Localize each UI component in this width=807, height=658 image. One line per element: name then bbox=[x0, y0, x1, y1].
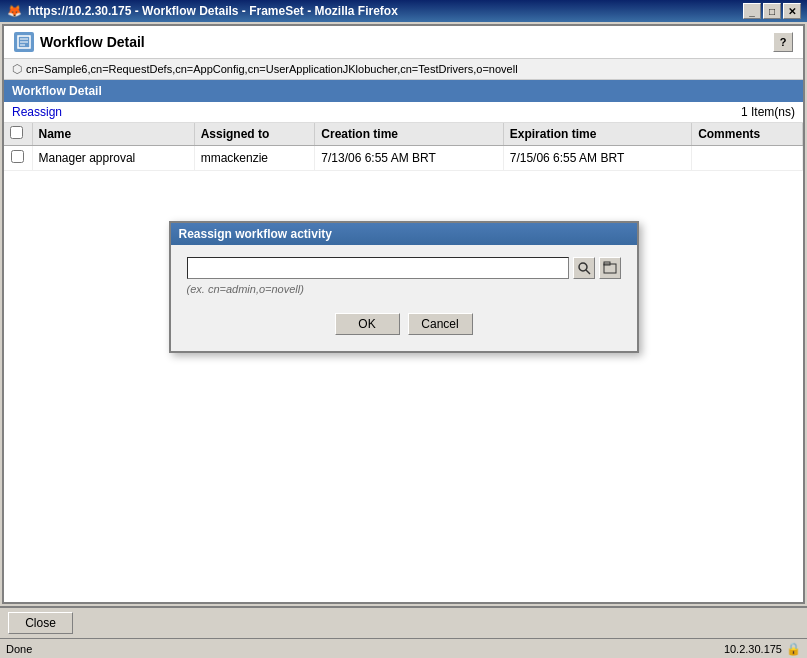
col-creation-time: Creation time bbox=[315, 123, 503, 146]
dialog-body: (ex. cn=admin,o=novell) OK Cancel bbox=[171, 245, 637, 351]
row-name: Manager approval bbox=[32, 146, 194, 171]
row-checkbox-cell bbox=[4, 146, 32, 171]
row-creation-time: 7/13/06 6:55 AM BRT bbox=[315, 146, 503, 171]
breadcrumb-text: cn=Sample6,cn=RequestDefs,cn=AppConfig,c… bbox=[26, 63, 518, 75]
close-button[interactable]: Close bbox=[8, 612, 73, 634]
page-title-area: Workflow Detail bbox=[14, 32, 145, 52]
dialog-ok-button[interactable]: OK bbox=[335, 313, 400, 335]
section-title: Workflow Detail bbox=[12, 84, 102, 98]
col-expiration-time: Expiration time bbox=[503, 123, 691, 146]
dialog-header: Reassign workflow activity bbox=[171, 223, 637, 245]
breadcrumb: ⬡ cn=Sample6,cn=RequestDefs,cn=AppConfig… bbox=[4, 59, 803, 80]
row-expiration-time: 7/15/06 6:55 AM BRT bbox=[503, 146, 691, 171]
content-area: Reassign workflow activity bbox=[4, 171, 803, 602]
title-bar: 🦊 https://10.2.30.175 - Workflow Details… bbox=[0, 0, 807, 22]
table-row: Manager approval mmackenzie 7/13/06 6:55… bbox=[4, 146, 803, 171]
lock-icon: 🔒 bbox=[786, 642, 801, 656]
dialog-cancel-button[interactable]: Cancel bbox=[408, 313, 473, 335]
main-content: Workflow Detail ? ⬡ cn=Sample6,cn=Reques… bbox=[2, 24, 805, 604]
status-right: 10.2.30.175 🔒 bbox=[724, 642, 801, 656]
status-text: Done bbox=[6, 643, 32, 655]
item-count: 1 Item(ns) bbox=[741, 105, 795, 119]
status-ip: 10.2.30.175 bbox=[724, 643, 782, 655]
select-all-checkbox[interactable] bbox=[10, 126, 23, 139]
toolbar-row: Reassign 1 Item(ns) bbox=[4, 102, 803, 123]
page-header: Workflow Detail ? bbox=[4, 26, 803, 59]
svg-point-4 bbox=[579, 263, 587, 271]
svg-line-5 bbox=[586, 270, 590, 274]
dialog-buttons: OK Cancel bbox=[187, 307, 621, 339]
help-button[interactable]: ? bbox=[773, 32, 793, 52]
breadcrumb-icon: ⬡ bbox=[12, 62, 22, 76]
browse-icon-button[interactable] bbox=[599, 257, 621, 279]
table-header-row: Name Assigned to Creation time Expiratio… bbox=[4, 123, 803, 146]
reassign-dialog: Reassign workflow activity bbox=[169, 221, 639, 353]
workflow-icon bbox=[14, 32, 34, 52]
page-title: Workflow Detail bbox=[40, 34, 145, 50]
select-all-header bbox=[4, 123, 32, 146]
row-checkbox[interactable] bbox=[11, 150, 24, 163]
minimize-button[interactable]: _ bbox=[743, 3, 761, 19]
row-comments bbox=[692, 146, 803, 171]
search-icon-button[interactable] bbox=[573, 257, 595, 279]
reassign-link[interactable]: Reassign bbox=[12, 105, 62, 119]
dialog-input-row bbox=[187, 257, 621, 279]
dialog-title: Reassign workflow activity bbox=[179, 227, 332, 241]
close-window-button[interactable]: ✕ bbox=[783, 3, 801, 19]
footer: Close bbox=[0, 606, 807, 638]
col-assigned-to: Assigned to bbox=[194, 123, 315, 146]
browser-icon: 🦊 bbox=[6, 3, 22, 19]
row-assigned-to: mmackenzie bbox=[194, 146, 315, 171]
title-bar-text: https://10.2.30.175 - Workflow Details -… bbox=[28, 4, 398, 18]
reassign-input[interactable] bbox=[187, 257, 569, 279]
maximize-button[interactable]: □ bbox=[763, 3, 781, 19]
col-comments: Comments bbox=[692, 123, 803, 146]
workflow-table: Name Assigned to Creation time Expiratio… bbox=[4, 123, 803, 171]
col-name: Name bbox=[32, 123, 194, 146]
section-header: Workflow Detail bbox=[4, 80, 803, 102]
status-bar: Done 10.2.30.175 🔒 bbox=[0, 638, 807, 658]
dialog-hint: (ex. cn=admin,o=novell) bbox=[187, 283, 621, 295]
window-controls: _ □ ✕ bbox=[743, 3, 801, 19]
